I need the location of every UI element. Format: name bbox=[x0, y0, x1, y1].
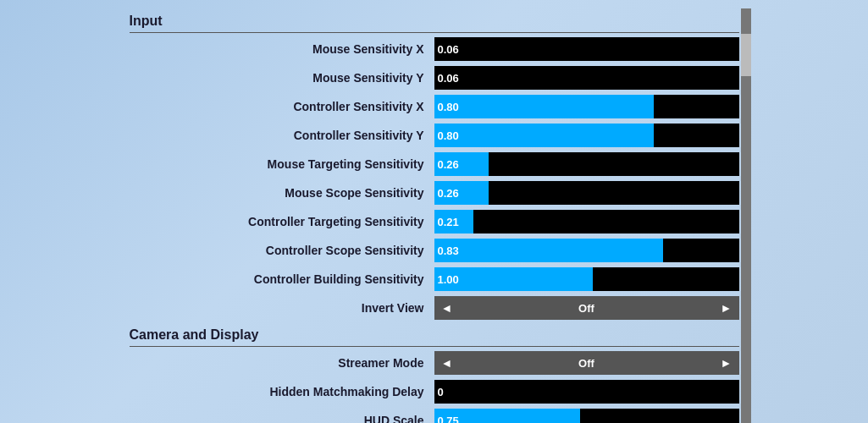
control-streamer-mode[interactable]: ◄Off► bbox=[434, 351, 739, 375]
label-controller-scope-sensitivity: Controller Scope Sensitivity bbox=[130, 244, 434, 257]
control-mouse-sensitivity-y[interactable]: 0.06 bbox=[434, 66, 739, 90]
left-arrow-invert-view[interactable]: ◄ bbox=[434, 296, 460, 320]
scrollbar-track[interactable] bbox=[741, 8, 751, 423]
slider-mouse-scope-sensitivity[interactable]: 0.26 bbox=[434, 181, 739, 205]
control-hidden-matchmaking-delay[interactable]: 0 bbox=[434, 380, 739, 404]
setting-row-controller-scope-sensitivity: Controller Scope Sensitivity0.83 bbox=[130, 236, 739, 265]
scrollbar-thumb[interactable] bbox=[741, 34, 751, 76]
setting-row-hud-scale: HUD Scale0.75 bbox=[130, 406, 739, 423]
setting-row-controller-building-sensitivity: Controller Building Sensitivity1.00 bbox=[130, 265, 739, 294]
label-controller-sensitivity-x: Controller Sensitivity X bbox=[130, 100, 434, 113]
right-arrow-invert-view[interactable]: ► bbox=[714, 296, 739, 320]
slider-controller-scope-sensitivity[interactable]: 0.83 bbox=[434, 239, 739, 262]
slider-fill-controller-sensitivity-x bbox=[434, 95, 654, 118]
setting-row-invert-view: Invert View◄Off► bbox=[130, 294, 739, 322]
toggle-value-streamer-mode: Off bbox=[460, 351, 714, 375]
setting-row-controller-sensitivity-x: Controller Sensitivity X0.80 bbox=[130, 92, 739, 121]
settings-panel: InputMouse Sensitivity X0.06Mouse Sensit… bbox=[130, 8, 739, 423]
value-controller-sensitivity-y: 0.80 bbox=[438, 129, 459, 142]
setting-row-controller-sensitivity-y: Controller Sensitivity Y0.80 bbox=[130, 121, 739, 150]
setting-row-mouse-sensitivity-y: Mouse Sensitivity Y0.06 bbox=[130, 63, 739, 92]
text-bar-hidden-matchmaking-delay[interactable]: 0 bbox=[434, 380, 739, 404]
setting-row-mouse-scope-sensitivity: Mouse Scope Sensitivity0.26 bbox=[130, 179, 739, 207]
slider-mouse-targeting-sensitivity[interactable]: 0.26 bbox=[434, 152, 739, 176]
label-controller-building-sensitivity: Controller Building Sensitivity bbox=[130, 272, 434, 286]
value-controller-building-sensitivity: 1.00 bbox=[438, 273, 459, 286]
slider-controller-sensitivity-x[interactable]: 0.80 bbox=[434, 95, 739, 118]
right-arrow-streamer-mode[interactable]: ► bbox=[714, 351, 739, 375]
control-mouse-sensitivity-x[interactable]: 0.06 bbox=[434, 37, 739, 61]
control-mouse-targeting-sensitivity[interactable]: 0.26 bbox=[434, 152, 739, 176]
control-controller-targeting-sensitivity[interactable]: 0.21 bbox=[434, 210, 739, 233]
setting-row-mouse-sensitivity-x: Mouse Sensitivity X0.06 bbox=[130, 35, 739, 63]
value-controller-sensitivity-x: 0.80 bbox=[438, 101, 459, 113]
value-hud-scale: 0.75 bbox=[438, 415, 459, 424]
toggle-streamer-mode[interactable]: ◄Off► bbox=[434, 351, 739, 375]
label-invert-view: Invert View bbox=[130, 301, 434, 315]
setting-row-hidden-matchmaking-delay: Hidden Matchmaking Delay0 bbox=[130, 377, 739, 406]
value-mouse-targeting-sensitivity: 0.26 bbox=[438, 158, 459, 171]
setting-row-mouse-targeting-sensitivity: Mouse Targeting Sensitivity0.26 bbox=[130, 150, 739, 179]
control-controller-scope-sensitivity[interactable]: 0.83 bbox=[434, 239, 739, 262]
control-controller-sensitivity-y[interactable]: 0.80 bbox=[434, 124, 739, 147]
slider-controller-building-sensitivity[interactable]: 1.00 bbox=[434, 267, 739, 291]
left-arrow-streamer-mode[interactable]: ◄ bbox=[434, 351, 460, 375]
toggle-invert-view[interactable]: ◄Off► bbox=[434, 296, 739, 320]
label-mouse-sensitivity-y: Mouse Sensitivity Y bbox=[130, 71, 434, 85]
value-controller-scope-sensitivity: 0.83 bbox=[438, 244, 459, 257]
value-mouse-sensitivity-y: 0.06 bbox=[438, 72, 459, 85]
setting-row-streamer-mode: Streamer Mode◄Off► bbox=[130, 349, 739, 377]
text-bar-mouse-sensitivity-x[interactable]: 0.06 bbox=[434, 37, 739, 61]
label-mouse-scope-sensitivity: Mouse Scope Sensitivity bbox=[130, 186, 434, 200]
control-hud-scale[interactable]: 0.75 bbox=[434, 409, 739, 423]
control-mouse-scope-sensitivity[interactable]: 0.26 bbox=[434, 181, 739, 205]
label-streamer-mode: Streamer Mode bbox=[130, 356, 434, 370]
slider-fill-controller-scope-sensitivity bbox=[434, 239, 663, 262]
label-controller-targeting-sensitivity: Controller Targeting Sensitivity bbox=[130, 215, 434, 228]
label-hidden-matchmaking-delay: Hidden Matchmaking Delay bbox=[130, 385, 434, 398]
value-hidden-matchmaking-delay: 0 bbox=[438, 386, 444, 398]
slider-controller-targeting-sensitivity[interactable]: 0.21 bbox=[434, 210, 739, 233]
value-controller-targeting-sensitivity: 0.21 bbox=[438, 216, 459, 228]
control-controller-sensitivity-x[interactable]: 0.80 bbox=[434, 95, 739, 118]
label-mouse-targeting-sensitivity: Mouse Targeting Sensitivity bbox=[130, 157, 434, 171]
section-header-camera-display: Camera and Display bbox=[130, 322, 739, 347]
section-header-input: Input bbox=[130, 8, 739, 33]
label-hud-scale: HUD Scale bbox=[130, 414, 434, 423]
value-mouse-sensitivity-x: 0.06 bbox=[438, 43, 459, 56]
label-mouse-sensitivity-x: Mouse Sensitivity X bbox=[130, 42, 434, 56]
slider-fill-controller-sensitivity-y bbox=[434, 124, 654, 147]
control-invert-view[interactable]: ◄Off► bbox=[434, 296, 739, 320]
slider-hud-scale[interactable]: 0.75 bbox=[434, 409, 739, 423]
text-bar-mouse-sensitivity-y[interactable]: 0.06 bbox=[434, 66, 739, 90]
label-controller-sensitivity-y: Controller Sensitivity Y bbox=[130, 129, 434, 142]
value-mouse-scope-sensitivity: 0.26 bbox=[438, 187, 459, 200]
setting-row-controller-targeting-sensitivity: Controller Targeting Sensitivity0.21 bbox=[130, 207, 739, 236]
toggle-value-invert-view: Off bbox=[460, 296, 714, 320]
slider-controller-sensitivity-y[interactable]: 0.80 bbox=[434, 124, 739, 147]
control-controller-building-sensitivity[interactable]: 1.00 bbox=[434, 267, 739, 291]
